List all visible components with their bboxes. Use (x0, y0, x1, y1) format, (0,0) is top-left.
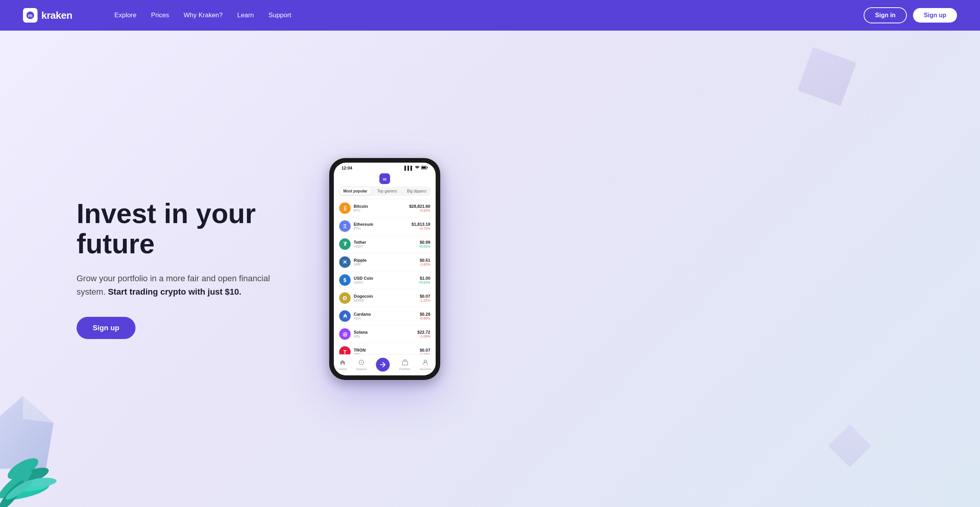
nav-link-learn[interactable]: Learn (237, 11, 254, 19)
crypto-change: -0.72% (412, 227, 430, 230)
explore-nav-label: Explore (356, 367, 367, 371)
decoration-left (0, 316, 84, 507)
explore-icon (357, 358, 366, 367)
crypto-name: TRON (354, 348, 366, 352)
crypto-info: Ð Dogecoin DOGE (339, 292, 373, 304)
phone-status-bar: 12:04 ▌▌▌ (334, 163, 436, 172)
tab-big-dippers[interactable]: Big dippers (403, 187, 430, 195)
geo-decoration-1 (797, 47, 856, 106)
crypto-name: Bitcoin (354, 204, 368, 209)
crypto-names: Ethereum ETH (354, 222, 373, 230)
svg-point-19 (424, 360, 426, 362)
trade-center-button[interactable] (376, 358, 390, 372)
crypto-symbol: ADA (354, 316, 371, 320)
logo-icon: m (23, 8, 38, 23)
nav-right: Sign in Sign up (864, 7, 957, 23)
nav-link-prices[interactable]: Prices (151, 11, 169, 19)
nav-link-explore[interactable]: Explore (114, 11, 137, 19)
crypto-price-info: $0.99 +0.01% (418, 240, 430, 248)
phone-filter-tabs: Most popular Top gainers Big dippers (338, 186, 431, 196)
phone-nav-portfolio[interactable]: Portfolio (399, 358, 410, 371)
svg-rect-13 (427, 167, 428, 168)
crypto-name: Solana (354, 330, 368, 334)
phone-mockup-wrapper: 12:04 ▌▌▌ m (329, 158, 440, 380)
crypto-icon: Ξ (339, 220, 351, 232)
status-icons: ▌▌▌ (405, 166, 428, 170)
signin-button[interactable]: Sign in (864, 7, 907, 23)
crypto-price: $0.28 (419, 312, 430, 316)
crypto-list-item[interactable]: ₮ Tether USDT $0.99 +0.01% (337, 235, 433, 253)
geo-decoration-2 (828, 424, 871, 467)
crypto-names: USD Coin USDC (354, 276, 373, 284)
crypto-list-item[interactable]: Ð Dogecoin DOGE $0.07 -1.22% (337, 289, 433, 307)
crypto-symbol: USDC (354, 280, 373, 284)
crypto-list-item[interactable]: ✕ Ripple XRP $0.61 -1.82% (337, 253, 433, 271)
crypto-icon: ₿ (339, 202, 351, 214)
logo-text: kraken (41, 10, 72, 21)
crypto-symbol: XRP (354, 262, 367, 266)
crypto-names: Ripple XRP (354, 258, 367, 266)
hero-section: Invest in your future Grow your portfoli… (0, 31, 980, 507)
crypto-symbol: ETH (354, 227, 373, 230)
crypto-change: +0.01% (418, 245, 430, 248)
phone-app-logo: m (379, 173, 390, 184)
wifi-icon (415, 166, 420, 170)
signal-icon: ▌▌▌ (405, 166, 413, 170)
crypto-list-item[interactable]: ₳ Cardano ADA $0.28 -0.60% (337, 307, 433, 325)
portfolio-icon (401, 358, 409, 367)
phone-nav-account[interactable]: Account (420, 358, 431, 371)
hero-subtitle-bold: Start trading crypto with just $10. (108, 287, 241, 297)
crypto-price: $0.07 (419, 294, 430, 298)
signup-hero-button[interactable]: Sign up (77, 317, 136, 339)
crypto-price: $1.00 (418, 276, 430, 280)
crypto-price-info: $1,813.18 -0.72% (412, 222, 430, 230)
phone-device: 12:04 ▌▌▌ m (329, 158, 440, 380)
svg-text:m: m (383, 177, 387, 181)
crypto-info: ₳ Cardano ADA (339, 310, 371, 322)
crypto-info: Ξ Ethereum ETH (339, 220, 373, 232)
phone-screen: 12:04 ▌▌▌ m (334, 163, 436, 375)
svg-rect-18 (402, 361, 408, 365)
phone-bottom-nav: Home Explore (334, 354, 436, 375)
nav-link-support[interactable]: Support (268, 11, 291, 19)
tab-most-popular[interactable]: Most popular (340, 187, 371, 195)
crypto-list-item[interactable]: Ξ Ethereum ETH $1,813.18 -0.72% (337, 217, 433, 235)
crypto-price-info: $1.00 +0.01% (418, 276, 430, 284)
crypto-names: Solana SOL (354, 330, 368, 338)
phone-nav-home[interactable]: Home (338, 358, 347, 371)
crypto-names: Tether USDT (354, 240, 366, 248)
crypto-list: ₿ Bitcoin BTC $28,821.60 -0.52% Ξ Ethere… (334, 199, 436, 354)
crypto-symbol: DOGE (354, 298, 373, 302)
crypto-list-item[interactable]: $ USD Coin USDC $1.00 +0.01% (337, 271, 433, 289)
crypto-info: T TRON TRX (339, 346, 366, 354)
battery-icon (421, 166, 428, 170)
crypto-symbol: SOL (354, 334, 368, 338)
tab-top-gainers[interactable]: Top gainers (374, 187, 401, 195)
crypto-name: Ripple (354, 258, 367, 262)
crypto-icon: ₮ (339, 238, 351, 250)
phone-nav-explore[interactable]: Explore (356, 358, 367, 371)
crypto-name: Dogecoin (354, 294, 373, 298)
crypto-price: $1,813.18 (412, 222, 430, 227)
crypto-price-info: $22.72 -1.09% (417, 330, 430, 338)
crypto-change: -1.82% (419, 262, 430, 266)
signup-nav-button[interactable]: Sign up (913, 8, 957, 23)
phone-nav-trade[interactable] (376, 358, 390, 372)
crypto-icon: $ (339, 274, 351, 286)
logo[interactable]: m kraken (23, 8, 72, 23)
hero-subtitle: Grow your portfolio in a more fair and o… (77, 272, 299, 298)
svg-rect-14 (422, 166, 426, 168)
nav-links: Explore Prices Why Kraken? Learn Support (91, 0, 314, 31)
crypto-list-item[interactable]: ₿ Bitcoin BTC $28,821.60 -0.52% (337, 199, 433, 217)
hero-title-line2: future (77, 228, 155, 259)
crypto-list-item[interactable]: ◎ Solana SOL $22.72 -1.09% (337, 325, 433, 343)
svg-text:m: m (28, 13, 33, 18)
svg-point-17 (361, 362, 362, 363)
crypto-list-item[interactable]: T TRON TRX $0.07 -0.74% (337, 343, 433, 354)
crypto-info: $ USD Coin USDC (339, 274, 373, 286)
crypto-name: USD Coin (354, 276, 373, 280)
nav-link-why-kraken[interactable]: Why Kraken? (184, 11, 223, 19)
home-nav-label: Home (339, 367, 347, 371)
crypto-info: ✕ Ripple XRP (339, 256, 367, 268)
hero-title: Invest in your future (77, 199, 299, 259)
